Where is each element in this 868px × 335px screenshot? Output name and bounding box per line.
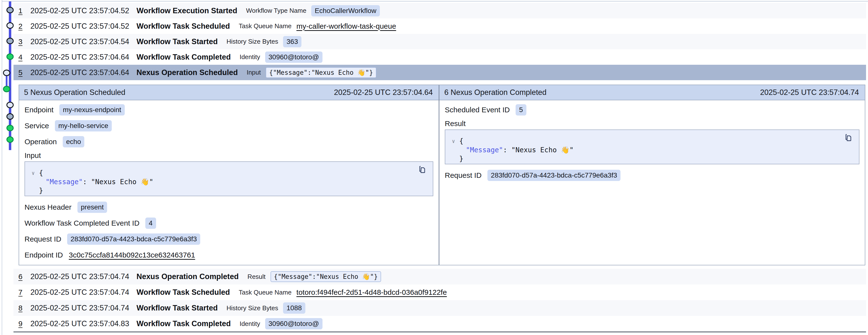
- event-row[interactable]: 22025-02-25 UTC 23:57:04.52Workflow Task…: [13, 19, 866, 34]
- detail-value-link[interactable]: 3c0c75ccfa8144b092c13ce632463761: [69, 251, 195, 259]
- panel-field-label: Input: [25, 151, 41, 160]
- event-status-dot-4[interactable]: [7, 54, 13, 60]
- panel-field-label: Result: [445, 119, 466, 128]
- panel-title: 6 Nexus Operation Completed: [444, 88, 547, 97]
- event-status-dot-10[interactable]: [7, 137, 13, 142]
- json-value: "Nexus Echo 👋": [91, 178, 153, 186]
- collapse-chevron-icon[interactable]: ∨: [452, 137, 459, 146]
- detail-value-badge: present: [78, 202, 107, 213]
- event-name: Workflow Task Completed: [136, 319, 231, 328]
- event-row[interactable]: 42025-02-25 UTC 23:57:04.64Workflow Task…: [13, 49, 866, 65]
- event-timestamp: 2025-02-25 UTC 23:57:04.64: [30, 68, 136, 77]
- event-detail-panels: 5 Nexus Operation Scheduled 2025-02-25 U…: [19, 85, 865, 266]
- event-id-link[interactable]: 1: [19, 7, 30, 15]
- event-row[interactable]: 92025-02-25 UTC 23:57:04.83Workflow Task…: [13, 316, 866, 332]
- json-key: "Message": [45, 178, 83, 186]
- detail-value-json-badge: {"Message":"Nexus Echo 👋"}: [271, 271, 381, 282]
- event-timestamp: 2025-02-25 UTC 23:57:04.74: [30, 304, 136, 312]
- event-name: Workflow Task Scheduled: [136, 288, 230, 297]
- event-status-dot-9[interactable]: [7, 125, 13, 131]
- event-detail-label: Input: [247, 69, 261, 76]
- detail-value-link[interactable]: totoro:f494fecf-2d51-4d48-bdcd-036a0f912…: [297, 288, 447, 297]
- detail-value-badge: 30960@totoro@: [265, 52, 322, 63]
- event-detail-label: History Size Bytes: [226, 304, 278, 312]
- panel-field-label-row: Result: [445, 118, 860, 130]
- event-timestamp: 2025-02-25 UTC 23:57:04.83: [30, 319, 136, 328]
- event-name: Workflow Execution Started: [136, 6, 237, 15]
- panel-field-label: Endpoint: [25, 106, 54, 114]
- event-status-dot-7[interactable]: [7, 102, 13, 108]
- event-id-link[interactable]: 3: [19, 37, 30, 46]
- event-timestamp: 2025-02-25 UTC 23:57:04.52: [30, 6, 136, 15]
- event-status-dot-1[interactable]: [7, 7, 13, 13]
- event-list-top: 12025-02-25 UTC 23:57:04.52Workflow Exec…: [13, 3, 866, 80]
- event-detail-label: Result: [248, 273, 266, 281]
- collapse-chevron-icon[interactable]: ∨: [32, 169, 39, 177]
- panel-title: 5 Nexus Operation Scheduled: [24, 88, 125, 97]
- detail-value-badge: 30960@totoro@: [265, 318, 322, 329]
- detail-value-badge: 1088: [283, 302, 305, 314]
- event-name: Workflow Task Started: [136, 304, 218, 312]
- detail-value-badge: 5: [516, 104, 526, 115]
- event-detail-panel-scheduled: 5 Nexus Operation Scheduled 2025-02-25 U…: [19, 85, 439, 265]
- detail-value-badge: 283fd070-d57a-4423-bdca-c5c779e6a3f3: [488, 170, 620, 181]
- panel-field-row: Scheduled Event ID5: [445, 102, 860, 118]
- event-id-link[interactable]: 5: [19, 68, 30, 77]
- event-id-link[interactable]: 2: [19, 22, 30, 30]
- event-status-dot-5[interactable]: [3, 70, 10, 76]
- event-detail-panel-completed: 6 Nexus Operation Completed 2025-02-25 U…: [439, 85, 865, 265]
- json-code-block: ∨{"Message": "Nexus Echo 👋"}: [25, 161, 433, 196]
- event-timestamp: 2025-02-25 UTC 23:57:04.74: [30, 288, 136, 297]
- detail-value-badge: 4: [145, 218, 156, 229]
- event-row[interactable]: 32025-02-25 UTC 23:57:04.54Workflow Task…: [13, 34, 866, 49]
- event-name: Nexus Operation Completed: [136, 272, 239, 281]
- event-row[interactable]: 82025-02-25 UTC 23:57:04.74Workflow Task…: [13, 300, 866, 316]
- event-timestamp: 2025-02-25 UTC 23:57:04.74: [30, 272, 136, 281]
- event-row[interactable]: 12025-02-25 UTC 23:57:04.52Workflow Exec…: [13, 3, 866, 19]
- copy-icon[interactable]: [844, 133, 852, 142]
- event-timeline-graph: [0, 0, 17, 160]
- event-status-dot-8[interactable]: [7, 114, 13, 119]
- panel-field-label: Nexus Header: [25, 203, 71, 212]
- detail-value-link[interactable]: my-caller-workflow-task-queue: [297, 22, 396, 30]
- copy-icon[interactable]: [418, 165, 426, 174]
- event-row[interactable]: 52025-02-25 UTC 23:57:04.64Nexus Operati…: [13, 65, 866, 80]
- event-list-bottom: 62025-02-25 UTC 23:57:04.74Nexus Operati…: [13, 269, 866, 332]
- event-status-dot-2[interactable]: [7, 23, 13, 28]
- panel-field-row: Endpointmy-nexus-endpoint: [25, 102, 433, 118]
- panel-field-row: Request ID283fd070-d57a-4423-bdca-c5c779…: [25, 231, 433, 247]
- panel-field-label: Request ID: [25, 235, 61, 243]
- event-name: Nexus Operation Scheduled: [136, 68, 238, 77]
- detail-value-badge: 363: [283, 36, 302, 47]
- panel-field-label: Operation: [25, 138, 57, 146]
- event-row[interactable]: 72025-02-25 UTC 23:57:04.74Workflow Task…: [13, 284, 866, 300]
- event-name: Workflow Task Completed: [136, 53, 231, 61]
- event-detail-label: Identity: [240, 53, 260, 61]
- event-detail-label: Workflow Type Name: [246, 7, 306, 15]
- event-row[interactable]: 62025-02-25 UTC 23:57:04.74Nexus Operati…: [13, 269, 866, 284]
- panel-field-row: Operationecho: [25, 134, 433, 149]
- panel-field-label: Workflow Task Completed Event ID: [25, 219, 140, 227]
- event-id-link[interactable]: 8: [19, 304, 30, 312]
- panel-header: 5 Nexus Operation Scheduled 2025-02-25 U…: [19, 85, 439, 100]
- detail-value-badge: 283fd070-d57a-4423-bdca-c5c779e6a3f3: [67, 233, 200, 245]
- event-id-link[interactable]: 4: [19, 53, 30, 61]
- panel-field-label: Endpoint ID: [25, 251, 63, 259]
- panel-field-label: Request ID: [445, 171, 482, 179]
- event-status-dot-6[interactable]: [3, 86, 10, 92]
- json-value: "Nexus Echo 👋": [511, 146, 574, 154]
- event-detail-label: Task Queue Name: [239, 289, 291, 296]
- event-timestamp: 2025-02-25 UTC 23:57:04.64: [30, 53, 136, 61]
- panel-field-label-row: Input: [25, 149, 433, 161]
- event-timestamp: 2025-02-25 UTC 23:57:04.52: [30, 22, 136, 31]
- event-detail-label: History Size Bytes: [226, 38, 278, 45]
- event-id-link[interactable]: 6: [19, 273, 30, 281]
- event-id-link[interactable]: 9: [19, 319, 30, 328]
- detail-value-badge: EchoCallerWorkflow: [311, 5, 380, 17]
- panel-field-row: Servicemy-hello-service: [25, 118, 433, 134]
- event-name: Workflow Task Started: [136, 37, 218, 46]
- panel-field-row: Nexus Headerpresent: [25, 199, 433, 215]
- panel-header: 6 Nexus Operation Completed 2025-02-25 U…: [439, 85, 865, 100]
- event-status-dot-3[interactable]: [7, 38, 13, 44]
- event-id-link[interactable]: 7: [19, 288, 30, 297]
